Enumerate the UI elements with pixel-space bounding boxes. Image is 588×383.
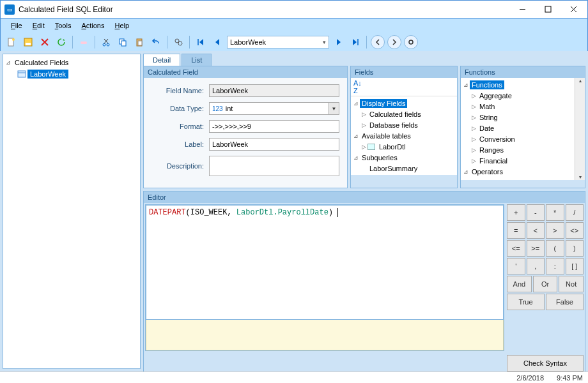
nav-first-icon[interactable] xyxy=(194,35,208,49)
scrollbar[interactable] xyxy=(575,78,585,180)
menu-file[interactable]: File xyxy=(6,20,27,31)
menu-help[interactable]: Help xyxy=(110,20,135,31)
minimize-button[interactable] xyxy=(509,1,535,18)
eraser-icon[interactable] xyxy=(77,35,91,49)
key-brackets[interactable]: [ ] xyxy=(566,258,584,274)
save-icon[interactable] xyxy=(21,35,35,49)
panel-header: Editor xyxy=(144,192,585,203)
maximize-button[interactable] xyxy=(535,1,561,18)
key-or[interactable]: Or xyxy=(533,276,558,292)
delete-icon[interactable] xyxy=(38,35,52,49)
tree-node-subqueries[interactable]: ⊿Subqueries xyxy=(351,152,457,163)
status-bar: 2/6/2018 9:43 PM xyxy=(0,372,588,383)
menu-tools[interactable]: Tools xyxy=(50,20,77,31)
nav-home-icon[interactable] xyxy=(404,35,418,49)
status-date: 2/6/2018 xyxy=(516,374,544,382)
refresh-icon[interactable] xyxy=(54,35,68,49)
top-panels-row: Calculated Field Field Name: LaborWeek D… xyxy=(143,66,585,188)
functions-panel: Functions ⊿Functions ▷Aggregate ▷Math ▷S… xyxy=(460,66,585,188)
nav-next-icon[interactable] xyxy=(332,35,346,49)
label-field-name: Field Name: xyxy=(151,87,209,94)
menu-edit[interactable]: Edit xyxy=(27,20,50,31)
field-selector-combo[interactable]: LaborWeek xyxy=(227,36,329,49)
input-format[interactable]: ->>,>>>,>>9 xyxy=(209,120,339,133)
key-rparen[interactable]: ) xyxy=(566,240,584,257)
svg-point-20 xyxy=(178,41,182,45)
nav-back-icon[interactable] xyxy=(371,35,385,49)
status-time: 9:43 PM xyxy=(557,374,583,382)
editor-panel: Editor DATEPART(ISO_WEEK, LaborDtl.Payro… xyxy=(143,191,585,373)
key-equals[interactable]: = xyxy=(507,222,525,239)
text-caret xyxy=(333,208,338,217)
tree-root-label: Calculated Fields xyxy=(12,58,71,67)
tab-list[interactable]: List xyxy=(182,54,212,66)
key-comma[interactable]: , xyxy=(527,258,545,274)
sort-icon[interactable]: A↓Z xyxy=(353,79,362,94)
key-divide[interactable]: / xyxy=(566,204,584,221)
key-gt[interactable]: > xyxy=(546,222,564,239)
tree-node-functions[interactable]: ⊿Functions xyxy=(461,79,575,90)
tree-node-arithmetic[interactable]: ▷Arithmetic xyxy=(461,177,575,180)
tree-node-display-fields[interactable]: ⊿Display Fields xyxy=(351,98,457,109)
key-plus[interactable]: + xyxy=(507,204,525,221)
label-label: Label: xyxy=(151,140,209,148)
nav-forward-icon[interactable] xyxy=(387,35,401,49)
key-gte[interactable]: >= xyxy=(527,240,545,257)
close-button[interactable] xyxy=(561,1,586,18)
menu-actions[interactable]: Actions xyxy=(76,20,109,31)
key-colon[interactable]: : xyxy=(546,258,564,274)
tree-node-operators[interactable]: ⊿Operators xyxy=(461,166,575,177)
new-icon[interactable] xyxy=(4,35,19,49)
undo-icon[interactable] xyxy=(149,35,163,49)
tree-node-conversion[interactable]: ▷Conversion xyxy=(461,133,575,144)
app-icon: ▭ xyxy=(4,4,15,15)
left-pane: ⊿ Calculated Fields LaborWeek xyxy=(3,54,141,369)
tree-node-calculated-fields[interactable]: ▷Calculated fields xyxy=(351,109,457,119)
dropdown-arrow-icon[interactable]: ▼ xyxy=(329,103,339,114)
key-lte[interactable]: <= xyxy=(507,240,525,257)
key-lparen[interactable]: ( xyxy=(546,240,564,257)
select-data-type[interactable]: 123 int ▼ xyxy=(209,102,339,115)
key-quote[interactable]: ' xyxy=(507,258,525,274)
panel-header: Calculated Field xyxy=(144,66,347,78)
tree-node-ranges[interactable]: ▷Ranges xyxy=(461,144,575,155)
tree-node-database-fields[interactable]: ▷Database fields xyxy=(351,119,457,130)
nav-prev-icon[interactable] xyxy=(210,35,224,49)
tree-item-laborweek[interactable]: LaborWeek xyxy=(4,68,139,80)
find-icon[interactable] xyxy=(171,35,185,49)
input-field-name[interactable]: LaborWeek xyxy=(209,84,339,97)
sql-editor[interactable]: DATEPART(ISO_WEEK, LaborDtl.PayrollDate) xyxy=(146,205,504,320)
separator xyxy=(95,36,95,49)
calculated-fields-tree: ⊿ Calculated Fields LaborWeek xyxy=(3,54,140,82)
tree-node-financial[interactable]: ▷Financial xyxy=(461,155,575,166)
input-description[interactable] xyxy=(209,156,339,176)
key-lt[interactable]: < xyxy=(527,222,545,239)
key-not[interactable]: Not xyxy=(559,276,584,292)
key-true[interactable]: True xyxy=(507,294,545,310)
key-multiply[interactable]: * xyxy=(546,204,564,221)
svg-rect-1 xyxy=(545,6,551,12)
cut-icon[interactable] xyxy=(99,35,113,49)
tree-node-labordtl[interactable]: ▷LaborDtl xyxy=(351,141,457,152)
key-minus[interactable]: - xyxy=(527,204,545,221)
key-neq[interactable]: <> xyxy=(566,222,584,239)
expand-icon[interactable]: ⊿ xyxy=(4,59,12,66)
tree-node-math[interactable]: ▷Math xyxy=(461,101,575,112)
key-and[interactable]: And xyxy=(507,276,532,292)
tree-node-aggregate[interactable]: ▷Aggregate xyxy=(461,90,575,101)
paste-icon[interactable] xyxy=(132,35,146,49)
copy-icon[interactable] xyxy=(116,35,130,49)
svg-rect-10 xyxy=(81,41,87,44)
tree-node-available-tables[interactable]: ⊿Available tables xyxy=(351,130,457,141)
key-false[interactable]: False xyxy=(546,294,584,310)
nav-last-icon[interactable] xyxy=(348,35,362,49)
window-title: Calculated Field SQL Editor xyxy=(19,5,509,14)
tree-node-laborsummary[interactable]: LaborSummary xyxy=(351,163,457,174)
tree-node-date[interactable]: ▷Date xyxy=(461,123,575,133)
tree-node-string[interactable]: ▷String xyxy=(461,112,575,123)
check-syntax-button[interactable]: Check Syntax xyxy=(507,355,584,372)
panel-body: DATEPART(ISO_WEEK, LaborDtl.PayrollDate)… xyxy=(144,203,585,373)
input-label[interactable]: LaborWeek xyxy=(209,138,339,151)
tree-root[interactable]: ⊿ Calculated Fields xyxy=(4,57,139,68)
tab-detail[interactable]: Detail xyxy=(143,54,180,66)
